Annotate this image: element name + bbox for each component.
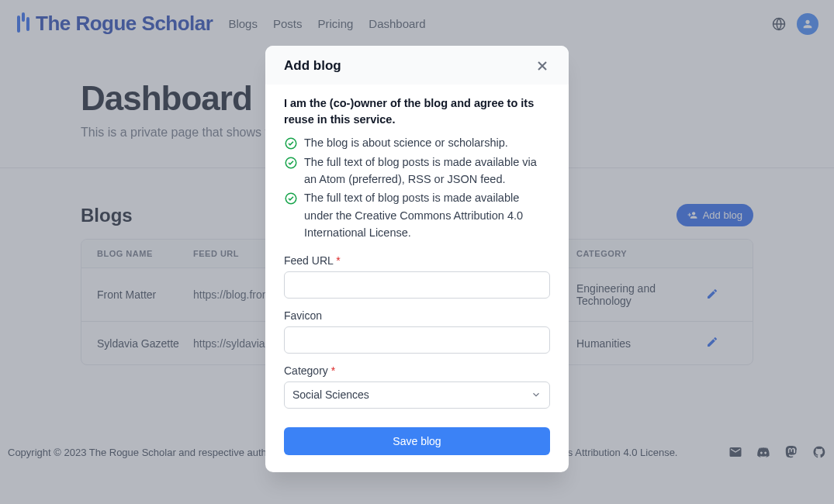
category-label: Category *: [284, 364, 550, 377]
modal-title: Add blog: [284, 58, 341, 74]
check-circle-icon: [284, 192, 298, 205]
favicon-label: Favicon: [284, 309, 550, 322]
modal-intro: I am the (co-)owner of the blog and agre…: [284, 95, 550, 128]
condition-item: The full text of blog posts is made avai…: [284, 154, 550, 188]
condition-item: The blog is about science or scholarship…: [284, 134, 550, 151]
category-select[interactable]: Social Sciences: [284, 381, 550, 409]
condition-item: The full text of blog posts is made avai…: [284, 189, 550, 241]
save-blog-button[interactable]: Save blog: [284, 427, 550, 455]
check-circle-icon: [284, 136, 298, 150]
close-icon[interactable]: [535, 58, 550, 74]
feed-url-input[interactable]: [284, 271, 550, 299]
feed-url-label: Feed URL *: [284, 254, 550, 267]
chevron-down-icon: [531, 389, 542, 400]
modal-overlay[interactable]: Add blog I am the (co-)owner of the blog…: [0, 0, 834, 504]
favicon-input[interactable]: [284, 326, 550, 354]
check-circle-icon: [284, 156, 298, 170]
conditions-list: The blog is about science or scholarship…: [284, 134, 550, 242]
add-blog-modal: Add blog I am the (co-)owner of the blog…: [265, 46, 569, 472]
category-selected-value: Social Sciences: [292, 388, 369, 401]
